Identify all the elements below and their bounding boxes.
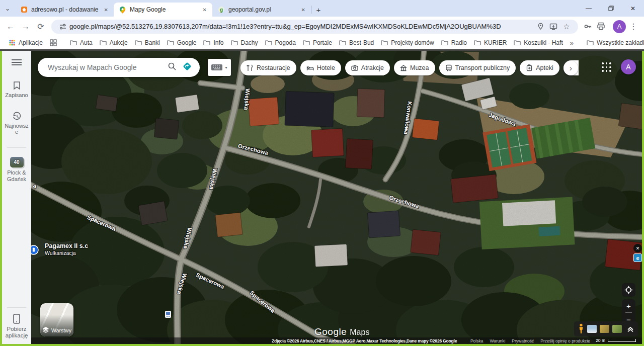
tab-bar: ⌄ adresowo.pl - dodawanie bezp ✕ Mapy Go…: [0, 0, 644, 17]
bookmark-folder[interactable]: Pogoda: [262, 38, 299, 47]
keyboard-switcher[interactable]: ▾: [208, 59, 231, 76]
directions-icon[interactable]: [182, 61, 193, 74]
imagery-thumbnail-field[interactable]: [600, 325, 609, 333]
business-marker[interactable]: [31, 245, 38, 254]
layers-button[interactable]: Warstwy: [40, 303, 73, 336]
maps-search-box[interactable]: [38, 58, 200, 77]
bookmark-folder[interactable]: Dachy: [227, 38, 262, 47]
tab-close-icon[interactable]: ✕: [300, 7, 307, 13]
sidebar-item-label: Zapisano: [4, 92, 29, 99]
tab-adresowo[interactable]: adresowo.pl - dodawanie bezp ✕: [15, 3, 114, 17]
bookmark-folder[interactable]: Info: [200, 38, 227, 47]
bookmark-folder[interactable]: Best-Bud: [336, 38, 377, 47]
bookmark-folder[interactable]: Radio: [438, 38, 470, 47]
chips-scroll-right-button[interactable]: ›: [564, 61, 578, 75]
map-footer: Zdjęcia ©2026 Airbus,CNES / Airbus,MGGP …: [31, 337, 642, 344]
zoom-in-button[interactable]: +: [622, 299, 635, 312]
sidebar-item-saved[interactable]: Zapisano: [4, 81, 29, 99]
chip-transport[interactable]: Transport publiczny: [439, 60, 516, 75]
tab-close-icon[interactable]: ✕: [103, 7, 110, 13]
page-content: Zapisano Najnowsze 40 Płock & Gdańsk Pob…: [0, 51, 644, 346]
pegman-icon[interactable]: [578, 323, 584, 334]
overlay-e-badge[interactable]: e: [633, 253, 642, 262]
bookmark-star-icon[interactable]: ☆: [560, 20, 573, 33]
bookmark-folder[interactable]: Google: [164, 38, 200, 47]
bookmark-folder[interactable]: Banki: [131, 38, 164, 47]
minimize-button[interactable]: —: [578, 0, 600, 17]
footer-link-polska[interactable]: Polska: [470, 338, 484, 343]
chip-muzea[interactable]: Muzea: [394, 60, 435, 75]
chrome-profile-avatar[interactable]: A: [613, 20, 626, 33]
search-icon[interactable]: [168, 62, 177, 73]
forward-button[interactable]: →: [18, 19, 33, 34]
chip-label: Apteki: [536, 64, 553, 71]
footer-link-feedback[interactable]: Prześlij opinię o produkcie: [540, 338, 590, 343]
restore-button[interactable]: [600, 0, 622, 17]
maps-profile-avatar[interactable]: A: [621, 59, 636, 74]
chip-atrakcje[interactable]: Atrakcje: [345, 60, 390, 75]
tab-close-icon[interactable]: ✕: [201, 7, 208, 13]
hotel-icon: [306, 64, 314, 71]
geoportal-favicon: g: [217, 6, 225, 14]
google-apps-grid-icon[interactable]: [601, 61, 613, 73]
scale-control[interactable]: 20 m: [596, 338, 636, 343]
bookmarks-overflow-chevron[interactable]: »: [567, 38, 577, 48]
google-maps-favicon: [119, 6, 126, 14]
footer-link-warunki[interactable]: Warunki: [490, 338, 505, 343]
get-app-button[interactable]: Pobierz aplikację: [3, 314, 31, 339]
reload-button[interactable]: ⟳: [33, 19, 48, 34]
reading-list-icon[interactable]: [46, 38, 60, 47]
footer-link-prywatnosc[interactable]: Prywatność: [512, 338, 534, 343]
tab-mapy-google[interactable]: Mapy Google ✕: [114, 3, 212, 17]
sidebar-item-recent[interactable]: Najnowsze: [5, 112, 29, 135]
password-key-icon[interactable]: [581, 20, 594, 33]
all-bookmarks-button[interactable]: Wszystkie zakładki: [583, 38, 644, 47]
new-tab-button[interactable]: +: [311, 3, 326, 17]
bus-stop-icon[interactable]: [165, 311, 171, 318]
imagery-thumbnail-sky[interactable]: [587, 325, 597, 333]
category-chips: Restauracje Hotele Atrakcje Muzea Transp…: [240, 60, 579, 76]
back-button[interactable]: ←: [3, 19, 18, 34]
chip-hotele[interactable]: Hotele: [300, 60, 341, 75]
folder-label: Projekty domów: [391, 39, 434, 46]
layers-icon: [42, 326, 49, 333]
bookmark-folder[interactable]: Auta: [66, 38, 96, 47]
tab-geoportal[interactable]: g geoportal.gov.pl ✕: [212, 3, 311, 17]
browser-toolbar: ← → ⟳ google.pl/maps/@52.513276,19.83076…: [0, 17, 644, 36]
toolbar-divider: [610, 22, 610, 31]
adresowo-favicon: [20, 6, 28, 14]
chip-label: Restauracje: [257, 64, 290, 71]
watermark-maps: Maps: [350, 328, 369, 337]
map-canvas[interactable]: Wiejska Wiejska Wiejska Wiejska Orzechow…: [31, 51, 642, 344]
address-bar[interactable]: google.pl/maps/@52.513276,19.8307613,207…: [51, 20, 578, 34]
site-settings-icon[interactable]: [56, 20, 69, 33]
bookmark-folder[interactable]: KURIER: [470, 38, 510, 47]
tab-search-icon[interactable]: ⌄: [0, 0, 15, 17]
chip-label: Hotele: [317, 64, 335, 71]
my-location-button[interactable]: [622, 283, 635, 297]
chrome-menu-icon[interactable]: ⋮: [626, 19, 641, 34]
bookmark-folder[interactable]: Portale: [299, 38, 336, 47]
chip-apteki[interactable]: Apteki: [520, 60, 559, 75]
chip-restauracje[interactable]: Restauracje: [240, 60, 296, 75]
bookmark-apps[interactable]: Aplikacje: [5, 38, 46, 47]
bookmark-folder[interactable]: Projekty domów: [377, 38, 437, 47]
imagery-thumbnail-green[interactable]: [612, 325, 622, 333]
caret-down-icon[interactable]: ▾: [225, 65, 227, 70]
search-input[interactable]: [48, 63, 163, 71]
location-icon[interactable]: [534, 20, 547, 33]
bookmark-folder[interactable]: Koszulki - Haft: [510, 38, 566, 47]
close-window-button[interactable]: ✕: [622, 0, 644, 17]
overlay-close-icon[interactable]: ✕: [633, 244, 642, 252]
sidebar-item-trip[interactable]: 40 Płock & Gdańsk: [4, 157, 29, 182]
business-name[interactable]: Pagamex II s.c: [45, 242, 88, 249]
main-menu-button[interactable]: [12, 59, 22, 66]
folder-label: Info: [213, 39, 223, 46]
install-icon[interactable]: [547, 20, 560, 33]
print-icon[interactable]: [594, 20, 607, 33]
my-location-icon: [624, 286, 633, 294]
url-text[interactable]: google.pl/maps/@52.513276,19.8307613,207…: [69, 23, 534, 30]
collapse-chevrons-icon[interactable]: [627, 325, 634, 332]
layers-label: Warstwy: [51, 327, 71, 333]
bookmark-folder[interactable]: Aukcje: [96, 38, 131, 47]
